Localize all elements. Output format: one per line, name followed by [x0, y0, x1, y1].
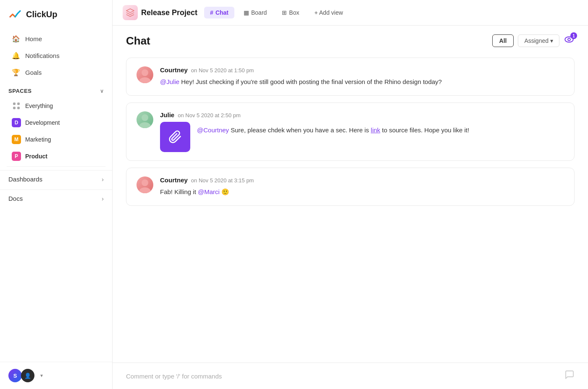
message-meta: Courtney on Nov 5 2020 at 1:50 pm [160, 66, 564, 74]
message-content-after: to source files. Hope you like it! [382, 126, 469, 134]
marketing-label: Marketing [25, 136, 51, 143]
svg-point-5 [568, 38, 570, 41]
message-text: @Julie Hey! Just checking if you're stil… [160, 77, 564, 87]
tab-board[interactable]: ▦ Board [238, 7, 273, 18]
watch-badge: 1 [570, 32, 577, 39]
message-author: Julie [160, 111, 174, 118]
message-content: Hey! Just checking if you're still good … [179, 78, 442, 85]
board-icon: ▦ [244, 9, 249, 16]
filter-all-button[interactable]: All [492, 34, 514, 47]
avatar-user1: S [8, 369, 22, 382]
comment-placeholder[interactable]: Comment or type '/' for commands [126, 373, 222, 380]
footer-chevron-icon[interactable]: ▾ [40, 373, 43, 378]
project-title: Release Project [141, 8, 197, 17]
sidebar-item-home[interactable]: 🏠 Home [3, 31, 109, 47]
hash-icon: # [210, 9, 213, 16]
message-emoji: 🙂 [221, 188, 229, 195]
tab-chat[interactable]: # Chat [204, 7, 234, 18]
chat-controls: All Assigned ▾ 1 [492, 34, 575, 47]
sidebar-divider [7, 166, 105, 167]
docs-label: Docs [8, 195, 23, 202]
sidebar-item-home-label: Home [25, 35, 42, 42]
message-text: Fab! Killing it @Marci 🙂 [160, 187, 564, 197]
tab-box[interactable]: ⊞ Box [276, 7, 305, 18]
dashboards-label: Dashboards [8, 176, 42, 183]
message-time: on Nov 5 2020 at 1:50 pm [191, 67, 254, 74]
logo: ClickUp [0, 0, 112, 29]
messages-area: Courtney on Nov 5 2020 at 1:50 pm @Julie… [113, 54, 588, 363]
tab-chat-label: Chat [215, 9, 228, 16]
app-name: ClickUp [26, 10, 57, 19]
main-content: Release Project # Chat ▦ Board ⊞ Box + A… [113, 0, 588, 389]
svg-point-7 [139, 77, 151, 83]
box-icon: ⊞ [282, 9, 287, 16]
comment-bar: Comment or type '/' for commands [113, 363, 588, 389]
assigned-chevron-icon: ▾ [550, 37, 553, 44]
sidebar-item-development[interactable]: D Development [3, 115, 109, 131]
docs-chevron-icon: › [102, 195, 104, 202]
message-content-before: Sure, please chdek when you have a sec. … [231, 126, 371, 134]
chat-bubble-icon [564, 370, 575, 382]
marketing-badge: M [12, 135, 21, 144]
sidebar-item-notifications[interactable]: 🔔 Notifications [3, 47, 109, 64]
svg-point-11 [142, 179, 148, 186]
add-view-label: + Add view [314, 9, 343, 16]
sidebar-item-goals[interactable]: 🏆 Goals [3, 64, 109, 81]
product-badge: P [12, 152, 21, 161]
assigned-label: Assigned [524, 37, 549, 44]
spaces-header[interactable]: Spaces ∨ [0, 83, 112, 97]
svg-point-12 [139, 187, 151, 193]
message-card: Julie on Nov 5 2020 at 2:50 pm @Courtney… [126, 103, 575, 161]
svg-point-10 [139, 122, 151, 128]
trophy-icon: 🏆 [12, 68, 20, 76]
attachment-thumbnail[interactable] [160, 122, 190, 152]
svg-rect-3 [17, 107, 20, 109]
message-time: on Nov 5 2020 at 3:15 pm [191, 177, 254, 184]
message-meta: Julie on Nov 5 2020 at 2:50 pm [160, 111, 564, 118]
sidebar-nav: 🏠 Home 🔔 Notifications 🏆 Goals [0, 29, 112, 83]
project-icon [123, 5, 138, 20]
mention-courtney[interactable]: @Courtney [197, 126, 229, 134]
attachment-row: @Courtney Sure, please chdek when you ha… [160, 122, 564, 152]
sidebar-item-product[interactable]: P Product [3, 148, 109, 164]
message-time: on Nov 5 2020 at 2:50 pm [178, 112, 241, 118]
spaces-label: Spaces [8, 88, 32, 94]
filter-assigned-button[interactable]: Assigned ▾ [518, 34, 559, 47]
sidebar-item-goals-label: Goals [25, 69, 42, 76]
sidebar-item-dashboards[interactable]: Dashboards › [0, 170, 112, 188]
chat-header: Chat All Assigned ▾ 1 [113, 26, 588, 54]
tab-board-label: Board [251, 9, 267, 16]
avatar-julie [136, 111, 153, 128]
sidebar-item-notifications-label: Notifications [25, 52, 60, 59]
development-label: Development [25, 119, 60, 126]
spaces-chevron-icon: ∨ [100, 88, 104, 94]
add-view-button[interactable]: + Add view [308, 7, 349, 18]
message-card: Courtney on Nov 5 2020 at 1:50 pm @Julie… [126, 58, 575, 96]
svg-rect-2 [13, 107, 16, 109]
bell-icon: 🔔 [12, 52, 20, 60]
avatar-user2: 👤 [21, 369, 34, 382]
chat-title: Chat [126, 34, 150, 47]
topbar: Release Project # Chat ▦ Board ⊞ Box + A… [113, 0, 588, 26]
message-text: @Courtney Sure, please chdek when you ha… [197, 122, 469, 135]
sidebar-item-docs[interactable]: Docs › [0, 189, 112, 207]
development-badge: D [12, 118, 21, 127]
message-author: Courtney [160, 66, 188, 74]
svg-rect-1 [17, 103, 20, 105]
mention-marci[interactable]: @Marci [198, 188, 220, 195]
sidebar-item-everything[interactable]: Everything [3, 98, 109, 114]
message-body: Courtney on Nov 5 2020 at 1:50 pm @Julie… [160, 66, 564, 87]
watch-button[interactable]: 1 [564, 34, 575, 47]
message-body: Julie on Nov 5 2020 at 2:50 pm @Courtney… [160, 111, 564, 152]
message-card: Courtney on Nov 5 2020 at 3:15 pm Fab! K… [126, 168, 575, 206]
dashboards-chevron-icon: › [102, 176, 104, 183]
sidebar: ClickUp 🏠 Home 🔔 Notifications 🏆 Goals S… [0, 0, 113, 389]
home-icon: 🏠 [12, 35, 20, 43]
mention-julie[interactable]: @Julie [160, 78, 179, 85]
svg-rect-0 [13, 103, 16, 105]
message-meta: Courtney on Nov 5 2020 at 3:15 pm [160, 176, 564, 184]
message-link[interactable]: link [371, 126, 381, 134]
sidebar-item-marketing[interactable]: M Marketing [3, 131, 109, 147]
avatar-courtney [136, 66, 153, 83]
sidebar-footer: S 👤 ▾ [0, 362, 112, 389]
